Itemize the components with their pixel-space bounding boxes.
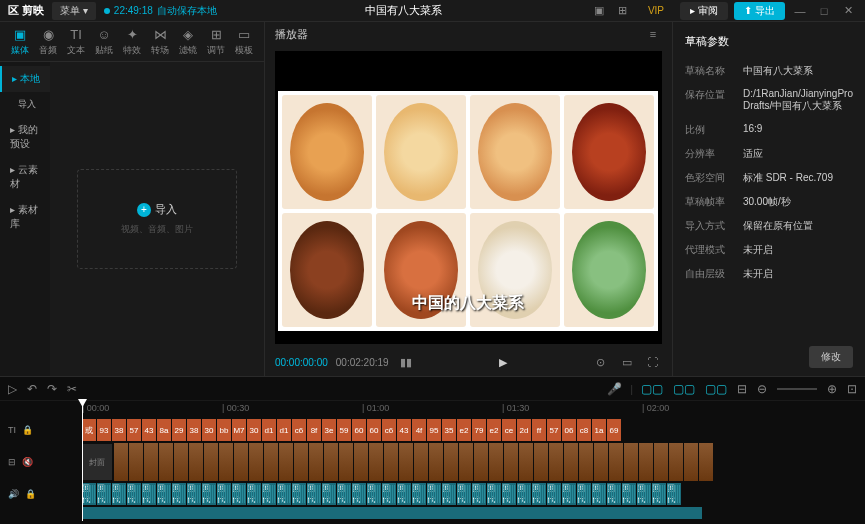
tool-tab-4[interactable]: ✦特效 (118, 22, 146, 61)
audio-clip[interactable]: 国代 (292, 483, 307, 505)
video-clip[interactable] (144, 443, 159, 481)
pointer-icon[interactable]: ▷ (8, 382, 17, 396)
focus-icon[interactable]: ⊙ (592, 353, 610, 371)
text-clip[interactable]: 57 (547, 419, 562, 441)
align-icon[interactable]: ⊟ (737, 382, 747, 396)
text-clip[interactable]: 30 (202, 419, 217, 441)
video-clip[interactable] (459, 443, 474, 481)
video-clip[interactable] (294, 443, 309, 481)
text-clip[interactable]: M7 (232, 419, 247, 441)
layout-icon[interactable]: ▣ (590, 2, 608, 20)
preview-menu-icon[interactable]: ≡ (644, 25, 662, 43)
video-clip[interactable] (399, 443, 414, 481)
review-button[interactable]: ▸ 审阅 (680, 2, 728, 20)
text-clip[interactable]: 43 (397, 419, 412, 441)
text-clip[interactable]: ce (502, 419, 517, 441)
video-clip[interactable] (339, 443, 354, 481)
audio-clip[interactable]: 国代 (352, 483, 367, 505)
audio-clip[interactable]: 国代 (547, 483, 562, 505)
audio-clip[interactable]: 国代 (187, 483, 202, 505)
mic-icon[interactable]: 🎤 (607, 382, 622, 396)
video-clip[interactable] (129, 443, 144, 481)
video-clip[interactable] (549, 443, 564, 481)
text-clip[interactable]: 59 (337, 419, 352, 441)
zoom-in-icon[interactable]: ⊕ (827, 382, 837, 396)
marker-icon[interactable]: ▮▮ (397, 353, 415, 371)
undo-icon[interactable]: ↶ (27, 382, 37, 396)
fit-icon[interactable]: ⊡ (847, 382, 857, 396)
redo-icon[interactable]: ↷ (47, 382, 57, 396)
audio-clip[interactable]: 国代 (217, 483, 232, 505)
audio-clip[interactable]: 国代 (427, 483, 442, 505)
video-clip[interactable] (444, 443, 459, 481)
text-clip[interactable]: 60 (367, 419, 382, 441)
audio-clip[interactable]: 国代 (307, 483, 322, 505)
video-clip[interactable] (639, 443, 654, 481)
text-clip[interactable]: ff (532, 419, 547, 441)
audio-clip[interactable]: 国代 (337, 483, 352, 505)
text-clip[interactable]: 35 (442, 419, 457, 441)
audio-clip[interactable]: 国代 (667, 483, 682, 505)
video-clip[interactable] (429, 443, 444, 481)
audio-clip[interactable]: 国代 (412, 483, 427, 505)
audio-track[interactable]: 🔊🔒 国代国代国代国代国代国代国代国代国代国代国代国代国代国代国代国代国代国代国… (0, 483, 865, 505)
text-clip[interactable]: 1a (592, 419, 607, 441)
audio-clip[interactable]: 国代 (367, 483, 382, 505)
text-clip[interactable]: 06 (562, 419, 577, 441)
sidebar-item-3[interactable]: ▸ 素材库 (0, 197, 50, 237)
audio-clip[interactable]: 国代 (472, 483, 487, 505)
split-icon[interactable]: ✂ (67, 382, 77, 396)
audio-clip[interactable]: 国代 (457, 483, 472, 505)
video-clip[interactable] (684, 443, 699, 481)
video-clip[interactable] (114, 443, 129, 481)
text-clip[interactable]: 38 (187, 419, 202, 441)
import-button[interactable]: + 导入 视频、音频、图片 (77, 169, 237, 269)
audio-clip[interactable]: 国代 (127, 483, 142, 505)
text-clip[interactable]: bb (217, 419, 232, 441)
text-clip[interactable]: c6 (382, 419, 397, 441)
text-clip[interactable]: 57 (127, 419, 142, 441)
audio-clip[interactable]: 国代 (577, 483, 592, 505)
audio-clip[interactable]: 国代 (142, 483, 157, 505)
audio-clip[interactable]: 国代 (232, 483, 247, 505)
text-clip[interactable]: d1 (262, 419, 277, 441)
audio-clip[interactable]: 国代 (97, 483, 112, 505)
video-clip[interactable] (579, 443, 594, 481)
audio-clip[interactable]: 国代 (517, 483, 532, 505)
video-clip[interactable] (324, 443, 339, 481)
video-clip[interactable] (354, 443, 369, 481)
video-clip[interactable] (609, 443, 624, 481)
audio-clip[interactable]: 国代 (172, 483, 187, 505)
audio-clip[interactable]: 国代 (382, 483, 397, 505)
audio-clip[interactable]: 国代 (607, 483, 622, 505)
audio-clip[interactable]: 国代 (502, 483, 517, 505)
tool3-icon[interactable]: ▢▢ (705, 382, 727, 396)
fullscreen-icon[interactable]: ⛶ (644, 353, 662, 371)
zoom-out-icon[interactable]: ⊖ (757, 382, 767, 396)
text-clip[interactable]: 30 (247, 419, 262, 441)
audio-clip[interactable]: 国代 (202, 483, 217, 505)
text-clip[interactable]: 38 (112, 419, 127, 441)
tool-tab-6[interactable]: ◈滤镜 (174, 22, 202, 61)
video-clip[interactable] (369, 443, 384, 481)
audio-clip[interactable]: 国代 (637, 483, 652, 505)
audio-clip[interactable]: 国代 (397, 483, 412, 505)
video-clip[interactable] (249, 443, 264, 481)
video-clip[interactable] (309, 443, 324, 481)
audio-clip[interactable]: 国代 (277, 483, 292, 505)
video-clip[interactable] (219, 443, 234, 481)
audio-clip[interactable]: 国代 (247, 483, 262, 505)
video-clip[interactable] (174, 443, 189, 481)
minimize-icon[interactable]: — (791, 2, 809, 20)
sidebar-item-0[interactable]: ▸ 本地 (0, 66, 50, 92)
text-clip[interactable]: e2 (457, 419, 472, 441)
video-clip[interactable] (699, 443, 714, 481)
video-clip[interactable] (489, 443, 504, 481)
tool-tab-5[interactable]: ⋈转场 (146, 22, 174, 61)
video-clip[interactable] (384, 443, 399, 481)
video-clip[interactable] (504, 443, 519, 481)
audio-clip[interactable]: 国代 (532, 483, 547, 505)
maximize-icon[interactable]: □ (815, 2, 833, 20)
tool-tab-2[interactable]: TI文本 (62, 22, 90, 61)
video-track[interactable]: ⊟🔇 封面 (0, 443, 865, 481)
